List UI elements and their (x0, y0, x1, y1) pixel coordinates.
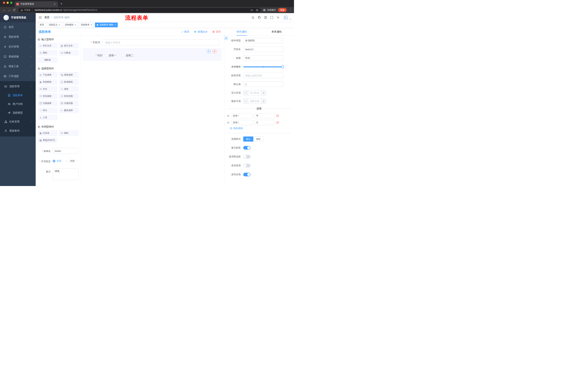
palette-item-date-range[interactable]: 日期范围 (59, 100, 79, 106)
update-button[interactable]: 更新 (278, 8, 287, 12)
form-remark-textarea[interactable]: 嘿嘿 (53, 168, 79, 180)
form-name-input[interactable] (53, 148, 79, 154)
tag-home[interactable]: 首页 (38, 22, 46, 27)
key-icon[interactable] (251, 9, 253, 11)
sidebar-logo[interactable]: 芋道管理系统 (0, 13, 36, 22)
reload-button[interactable] (12, 8, 17, 12)
palette-item-checkbox-group[interactable]: ☑多选框组 (59, 79, 79, 85)
view-json-button[interactable]: 查看json (194, 30, 207, 33)
user-menu[interactable]: ▾ (283, 14, 291, 21)
increase-button[interactable]: + (261, 99, 266, 104)
tag-close-icon[interactable]: × (74, 24, 76, 26)
slider-handle[interactable] (281, 65, 284, 68)
palette-item-slider[interactable]: 滑块 (59, 86, 79, 92)
option-label-input[interactable] (231, 120, 253, 125)
tag-process-model[interactable]: 流程模型× (63, 22, 78, 27)
breadcrumb-home[interactable]: 首页 (44, 16, 50, 19)
gender-option1-checkbox[interactable]: 选项一 (105, 54, 116, 57)
min-select-input[interactable] (248, 90, 261, 95)
new-tab-button[interactable]: + (60, 2, 63, 5)
hamburger-icon[interactable] (38, 15, 42, 20)
fullscreen-icon[interactable] (270, 16, 273, 19)
tab-component-properties[interactable]: 组件属性 (224, 28, 259, 35)
sidebar-item-task-management[interactable]: 任务管理 (0, 117, 36, 126)
palette-item-password[interactable]: 密码 (38, 50, 57, 55)
option-value-input[interactable] (254, 113, 275, 118)
tag-process-definition[interactable]: 流程定义× (47, 22, 62, 27)
tag-close-icon[interactable]: × (114, 24, 116, 26)
palette-item-time-range[interactable]: 时间范围 (59, 93, 79, 99)
palette-item-rich-editor[interactable]: 编辑器 (38, 57, 57, 63)
github-icon[interactable] (258, 16, 261, 19)
decrease-button[interactable]: − (243, 99, 248, 104)
gender-field[interactable]: 性别 选项一 选项二 (85, 54, 220, 57)
form-grid-slider[interactable] (243, 64, 284, 70)
phone-input[interactable] (102, 39, 219, 46)
show-label-switch[interactable] (243, 146, 251, 149)
forward-button[interactable]: → (7, 8, 12, 12)
remove-option-button[interactable] (276, 114, 279, 117)
sidebar-item-process-model[interactable]: 流程模型 (0, 108, 36, 117)
palette-item-textarea[interactable]: ▤多行文本 (59, 43, 79, 48)
sidebar-item-payment-management[interactable]: ¥ 支付管理 (0, 42, 36, 52)
sidebar-item-workflow[interactable]: 工作流程 (0, 71, 36, 81)
tag-close-icon[interactable]: × (90, 24, 92, 26)
palette-item-color-picker[interactable]: ◐颜色选择 (59, 107, 79, 113)
increase-button[interactable]: + (261, 90, 266, 95)
tag-process-form-edit[interactable]: 流程表单-编辑× (95, 22, 118, 27)
sidebar-item-infrastructure[interactable]: 基础设施 (0, 52, 36, 62)
component-type-select[interactable]: 多选框组 (243, 38, 284, 43)
required-switch[interactable] (243, 173, 251, 176)
style-default-button[interactable]: 默认 (243, 137, 253, 142)
clear-button[interactable]: 清空 (212, 30, 221, 33)
drag-handle-icon[interactable] (227, 115, 230, 117)
sidebar-item-system-management[interactable]: 系统管理 (0, 32, 36, 42)
form-canvas[interactable]: 手机号 (81, 36, 224, 186)
status-on-radio[interactable]: 开启 (53, 159, 61, 163)
remove-option-button[interactable] (276, 121, 279, 124)
max-select-input[interactable] (248, 99, 261, 104)
disabled-switch[interactable] (243, 164, 251, 167)
palette-item-select[interactable]: ◎下拉选择 (38, 72, 57, 77)
link-icon-button[interactable] (224, 36, 228, 40)
option-value-input[interactable] (254, 120, 275, 125)
gender-field-selected[interactable]: 性别 选项一 选项二 (83, 48, 221, 61)
border-switch[interactable] (243, 155, 251, 159)
help-icon[interactable] (264, 16, 267, 19)
palette-item-button[interactable]: 按钮 (59, 130, 79, 136)
star-icon[interactable] (256, 9, 259, 11)
save-button[interactable]: ✓保存 (181, 30, 189, 33)
palette-item-switch[interactable]: 开关 (38, 86, 57, 92)
style-button-button[interactable]: 按钮 (253, 137, 263, 142)
window-zoom-button[interactable] (10, 2, 12, 4)
copy-field-button[interactable] (207, 49, 211, 53)
decrease-button[interactable]: − (243, 90, 248, 95)
drag-handle-icon[interactable] (227, 121, 230, 124)
palette-item-time-picker[interactable]: 时间选择 (38, 93, 57, 99)
tag-close-icon[interactable]: × (58, 24, 60, 26)
palette-item-table[interactable]: ▦表格[开发中] (38, 138, 57, 143)
tag-process-form[interactable]: 流程表单× (79, 22, 94, 27)
kebab-menu-icon[interactable]: ⋮ (289, 9, 292, 11)
status-off-radio[interactable]: 关闭 (66, 159, 74, 163)
option-label-input[interactable] (231, 113, 253, 118)
title-input[interactable] (243, 55, 284, 61)
window-close-button[interactable] (3, 2, 5, 4)
delete-field-button[interactable] (212, 49, 217, 53)
tab-close-icon[interactable]: × (53, 2, 56, 6)
field-name-input[interactable] (243, 47, 284, 52)
palette-item-single-line-text[interactable]: ▭单行文本 (38, 43, 57, 48)
palette-item-radio-group[interactable]: ◉单选框组 (38, 79, 57, 85)
sidebar-item-user-groups[interactable]: 用户分组 (0, 100, 36, 108)
sidebar-item-process-management[interactable]: 流程管理 (0, 82, 36, 91)
sidebar-item-dev-tools[interactable]: 研发工具 (0, 62, 36, 71)
browser-tab[interactable]: 芋道管理系统 × (15, 1, 58, 7)
text-size-icon[interactable] (276, 16, 279, 19)
tab-form-properties[interactable]: 表单属性 (259, 28, 294, 35)
window-minimize-button[interactable] (7, 2, 9, 4)
palette-item-rate[interactable]: ☆评分 (38, 107, 57, 113)
sidebar-item-process-form[interactable]: 流程表单 (0, 91, 36, 100)
sidebar-item-home[interactable]: 首页 (0, 22, 36, 32)
palette-item-counter[interactable]: 123计数器 (59, 50, 79, 55)
default-value-input[interactable] (243, 82, 284, 87)
